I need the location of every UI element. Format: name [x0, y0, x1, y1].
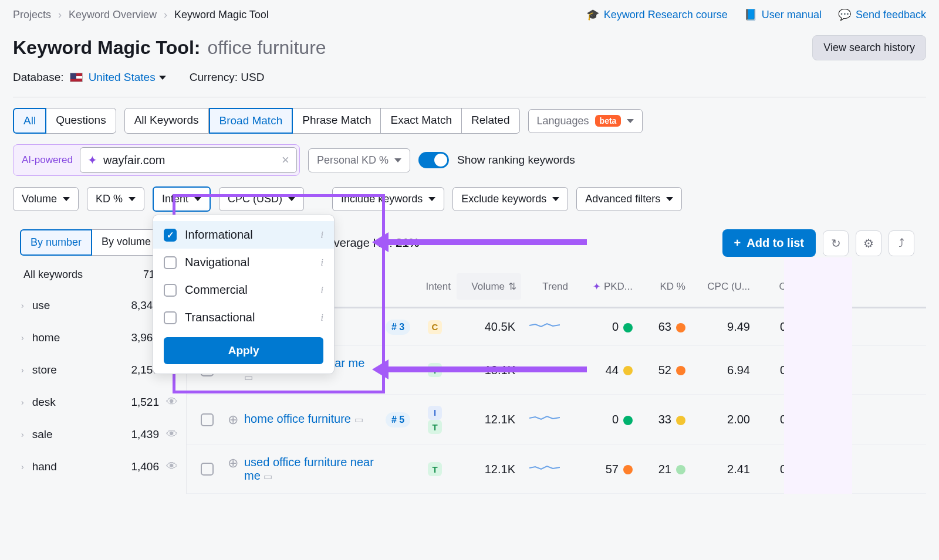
cell-kd: 52: [639, 364, 691, 377]
settings-button[interactable]: ⚙: [856, 230, 881, 256]
eye-icon[interactable]: 👁: [166, 395, 178, 409]
intent-apply-button[interactable]: Apply: [164, 337, 323, 364]
graduation-cap-icon: 🎓: [586, 8, 599, 21]
difficulty-dot-icon: [623, 366, 633, 375]
intent-badge: I: [428, 406, 442, 420]
tab-by-volume[interactable]: By volume: [92, 229, 161, 256]
currency-value: USD: [241, 71, 264, 83]
intent-option-transactional[interactable]: Transactional i: [153, 304, 334, 331]
tab-by-number[interactable]: By number: [20, 229, 92, 256]
difficulty-dot-icon: [623, 416, 633, 425]
cell-volume: 12.1K: [457, 413, 521, 426]
annotation-arrow: [387, 239, 587, 245]
tab-all-keywords[interactable]: All Keywords: [124, 108, 209, 134]
database-select[interactable]: United States: [89, 71, 166, 84]
breadcrumb: Projects › Keyword Overview › Keyword Ma…: [13, 9, 269, 21]
intent-option-informational[interactable]: ✓ Informational i: [153, 221, 334, 249]
export-button[interactable]: ⤴: [889, 230, 914, 256]
sidebar-item[interactable]: ›desk1,521👁: [13, 386, 186, 418]
advanced-filters[interactable]: Advanced filters: [576, 187, 682, 211]
intent-filter[interactable]: Intent: [153, 186, 211, 212]
col-pkd[interactable]: ✦PKD...: [574, 281, 639, 293]
include-keywords-filter[interactable]: Include keywords: [332, 187, 444, 211]
chevron-down-icon: [428, 197, 435, 201]
col-kd[interactable]: KD %: [639, 281, 691, 293]
sidebar-item-label: store: [32, 364, 57, 376]
comment-icon: 💬: [838, 8, 851, 21]
rank-pill: # 5: [386, 412, 410, 427]
kd-filter[interactable]: KD %: [87, 187, 144, 211]
link-send-feedback[interactable]: 💬 Send feedback: [838, 8, 926, 21]
refresh-button[interactable]: ↻: [823, 230, 849, 256]
top-links: 🎓 Keyword Research course 📘 User manual …: [586, 8, 926, 21]
cpc-filter[interactable]: CPC (USD): [219, 187, 304, 211]
sidebar-item[interactable]: ›sale1,439👁: [13, 418, 186, 450]
cell-cpc: 2.00: [691, 413, 756, 426]
cell-kd: 21: [639, 463, 691, 476]
tab-related[interactable]: Related: [462, 108, 520, 134]
row-checkbox[interactable]: [201, 413, 214, 426]
exclude-keywords-filter[interactable]: Exclude keywords: [452, 187, 568, 211]
chevron-right-icon: ›: [21, 333, 24, 342]
row-checkbox[interactable]: [201, 463, 214, 476]
chevron-down-icon: [552, 197, 559, 201]
expand-icon[interactable]: ⊕: [228, 456, 238, 471]
chevron-right-icon: ›: [21, 462, 24, 471]
eye-icon[interactable]: 👁: [166, 427, 178, 441]
personal-kd-dropdown[interactable]: Personal KD %: [308, 148, 410, 172]
add-to-list-button[interactable]: + Add to list: [722, 229, 816, 257]
sidebar-item-label: sale: [32, 428, 53, 441]
cell-kd: 63: [639, 320, 691, 334]
col-trend[interactable]: Trend: [521, 281, 574, 293]
intent-badge: T: [428, 462, 442, 476]
database-label: Database:: [13, 71, 64, 84]
tab-questions[interactable]: Questions: [46, 108, 116, 134]
cell-volume: 40.5K: [457, 320, 521, 334]
breadcrumb-overview[interactable]: Keyword Overview: [69, 9, 157, 21]
show-ranking-label: Show ranking keywords: [457, 154, 575, 167]
link-user-manual[interactable]: 📘 User manual: [744, 8, 822, 21]
serp-icon[interactable]: ▭: [264, 471, 272, 481]
chevron-right-icon: ›: [164, 9, 167, 21]
annotation-arrow: [387, 366, 587, 372]
difficulty-dot-icon: [676, 323, 685, 332]
chevron-down-icon: [394, 158, 401, 162]
checkbox-icon: [164, 311, 177, 324]
domain-input-wrap: ✦ ×: [80, 147, 297, 173]
page-title: Keyword Magic Tool: office furniture: [13, 37, 326, 59]
domain-input[interactable]: [103, 154, 276, 167]
keyword-link[interactable]: home office furniture: [244, 412, 351, 425]
intent-badge: C: [428, 320, 442, 334]
chevron-down-icon: [129, 197, 136, 201]
show-ranking-toggle[interactable]: [418, 152, 449, 168]
view-search-history-button[interactable]: View search history: [812, 35, 926, 60]
cell-pkd: 0: [574, 320, 639, 334]
tab-phrase-match[interactable]: Phrase Match: [293, 108, 381, 134]
chevron-down-icon: [194, 197, 201, 201]
sidebar-item-label: desk: [32, 396, 56, 409]
intent-option-commercial[interactable]: Commercial i: [153, 276, 334, 304]
intent-option-navigational[interactable]: Navigational i: [153, 249, 334, 276]
expand-icon[interactable]: ⊕: [228, 412, 238, 427]
chevron-right-icon: ›: [21, 365, 24, 375]
intent-dropdown-popup: ✓ Informational i Navigational i Commerc…: [153, 215, 335, 374]
col-intent[interactable]: Intent: [421, 281, 457, 293]
languages-dropdown[interactable]: Languages beta: [528, 109, 643, 133]
col-cpc[interactable]: CPC (U...: [691, 281, 756, 293]
link-research-course[interactable]: 🎓 Keyword Research course: [586, 8, 728, 21]
sidebar-item[interactable]: ›hand1,406👁: [13, 450, 186, 483]
info-icon: i: [321, 285, 323, 296]
breadcrumb-projects[interactable]: Projects: [13, 9, 51, 21]
eye-icon[interactable]: 👁: [166, 460, 178, 473]
col-volume[interactable]: Volume⇅: [457, 273, 521, 300]
chevron-down-icon: [666, 197, 673, 201]
tab-broad-match[interactable]: Broad Match: [209, 108, 293, 134]
tab-exact-match[interactable]: Exact Match: [381, 108, 462, 134]
volume-filter[interactable]: Volume: [13, 187, 79, 211]
clear-domain-icon[interactable]: ×: [282, 152, 289, 168]
plus-icon: +: [734, 236, 741, 250]
tab-all[interactable]: All: [13, 108, 46, 134]
serp-icon[interactable]: ▭: [354, 415, 363, 425]
sidebar-all-keywords[interactable]: All keywords: [23, 269, 83, 281]
difficulty-dot-icon: [676, 366, 685, 375]
